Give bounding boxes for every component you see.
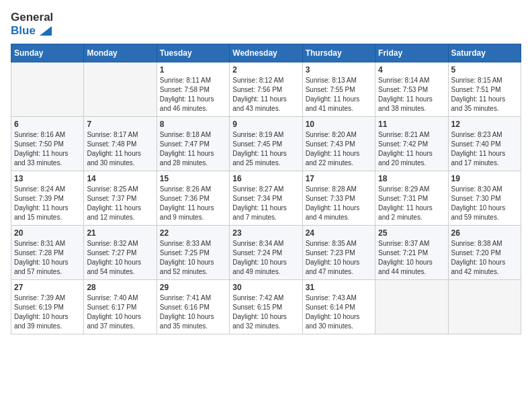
day-info: Sunrise: 8:26 AM Sunset: 7:36 PM Dayligh… <box>160 185 226 222</box>
calendar-cell: 1Sunrise: 8:11 AM Sunset: 7:58 PM Daylig… <box>157 62 229 117</box>
day-number: 8 <box>160 120 226 129</box>
day-number: 5 <box>451 65 518 75</box>
calendar-cell: 31Sunrise: 7:43 AM Sunset: 6:14 PM Dayli… <box>302 280 375 334</box>
day-number: 28 <box>87 283 153 292</box>
logo: General Blue <box>11 11 53 37</box>
day-of-week-header: Wednesday <box>230 44 302 62</box>
calendar-cell: 6Sunrise: 8:16 AM Sunset: 7:50 PM Daylig… <box>11 117 84 171</box>
day-info: Sunrise: 8:33 AM Sunset: 7:25 PM Dayligh… <box>160 239 226 277</box>
day-info: Sunrise: 8:19 AM Sunset: 7:45 PM Dayligh… <box>232 130 299 168</box>
calendar-table: SundayMondayTuesdayWednesdayThursdayFrid… <box>11 44 521 334</box>
day-number: 19 <box>451 174 518 183</box>
day-info: Sunrise: 8:34 AM Sunset: 7:24 PM Dayligh… <box>232 239 299 277</box>
day-info: Sunrise: 8:11 AM Sunset: 7:58 PM Dayligh… <box>160 76 226 113</box>
day-info: Sunrise: 8:17 AM Sunset: 7:48 PM Dayligh… <box>87 130 153 168</box>
calendar-cell: 3Sunrise: 8:13 AM Sunset: 7:55 PM Daylig… <box>302 62 375 117</box>
calendar-cell: 7Sunrise: 8:17 AM Sunset: 7:48 PM Daylig… <box>84 117 157 171</box>
svg-marker-0 <box>40 26 52 36</box>
day-number: 16 <box>232 174 299 183</box>
calendar-cell: 25Sunrise: 8:37 AM Sunset: 7:21 PM Dayli… <box>375 226 448 280</box>
day-info: Sunrise: 8:27 AM Sunset: 7:34 PM Dayligh… <box>232 185 299 222</box>
calendar-cell: 26Sunrise: 8:38 AM Sunset: 7:20 PM Dayli… <box>448 226 521 280</box>
day-info: Sunrise: 8:14 AM Sunset: 7:53 PM Dayligh… <box>378 76 445 113</box>
logo-general: General <box>11 11 53 24</box>
header: General Blue <box>11 11 521 37</box>
day-info: Sunrise: 8:25 AM Sunset: 7:37 PM Dayligh… <box>87 185 153 222</box>
day-info: Sunrise: 8:12 AM Sunset: 7:56 PM Dayligh… <box>232 76 299 113</box>
day-info: Sunrise: 8:15 AM Sunset: 7:51 PM Dayligh… <box>451 76 518 113</box>
day-info: Sunrise: 8:21 AM Sunset: 7:42 PM Dayligh… <box>378 130 445 168</box>
day-info: Sunrise: 8:20 AM Sunset: 7:43 PM Dayligh… <box>306 130 372 168</box>
calendar-header-row: SundayMondayTuesdayWednesdayThursdayFrid… <box>11 44 521 62</box>
day-number: 20 <box>14 228 81 238</box>
day-info: Sunrise: 8:28 AM Sunset: 7:33 PM Dayligh… <box>306 185 372 222</box>
calendar-cell: 11Sunrise: 8:21 AM Sunset: 7:42 PM Dayli… <box>375 117 448 171</box>
day-number: 1 <box>160 65 226 75</box>
day-number: 27 <box>14 283 81 292</box>
calendar-cell <box>84 62 157 117</box>
calendar-cell: 8Sunrise: 8:18 AM Sunset: 7:47 PM Daylig… <box>157 117 229 171</box>
day-of-week-header: Friday <box>375 44 448 62</box>
calendar-cell: 12Sunrise: 8:23 AM Sunset: 7:40 PM Dayli… <box>448 117 521 171</box>
day-number: 15 <box>160 174 226 183</box>
day-info: Sunrise: 8:24 AM Sunset: 7:39 PM Dayligh… <box>14 185 81 222</box>
day-of-week-header: Saturday <box>448 44 521 62</box>
calendar-cell: 15Sunrise: 8:26 AM Sunset: 7:36 PM Dayli… <box>157 171 229 226</box>
day-number: 4 <box>378 65 445 75</box>
calendar-body: 1Sunrise: 8:11 AM Sunset: 7:58 PM Daylig… <box>11 62 521 334</box>
day-number: 21 <box>87 228 153 238</box>
day-of-week-header: Thursday <box>302 44 375 62</box>
calendar-cell: 16Sunrise: 8:27 AM Sunset: 7:34 PM Dayli… <box>230 171 302 226</box>
day-info: Sunrise: 8:23 AM Sunset: 7:40 PM Dayligh… <box>451 130 518 168</box>
page-container: General Blue SundayMondayTuesdayWednesda… <box>0 0 532 345</box>
calendar-week-row: 6Sunrise: 8:16 AM Sunset: 7:50 PM Daylig… <box>11 117 521 171</box>
calendar-cell: 30Sunrise: 7:42 AM Sunset: 6:15 PM Dayli… <box>230 280 302 334</box>
calendar-cell: 20Sunrise: 8:31 AM Sunset: 7:28 PM Dayli… <box>11 226 84 280</box>
day-info: Sunrise: 8:37 AM Sunset: 7:21 PM Dayligh… <box>378 239 445 277</box>
day-number: 30 <box>232 283 299 292</box>
calendar-cell <box>448 280 521 334</box>
calendar-week-row: 20Sunrise: 8:31 AM Sunset: 7:28 PM Dayli… <box>11 226 521 280</box>
day-info: Sunrise: 8:18 AM Sunset: 7:47 PM Dayligh… <box>160 130 226 168</box>
calendar-cell: 22Sunrise: 8:33 AM Sunset: 7:25 PM Dayli… <box>157 226 229 280</box>
day-info: Sunrise: 8:38 AM Sunset: 7:20 PM Dayligh… <box>451 239 518 277</box>
day-info: Sunrise: 7:40 AM Sunset: 6:17 PM Dayligh… <box>87 293 153 331</box>
day-number: 29 <box>160 283 226 292</box>
day-number: 31 <box>306 283 372 292</box>
day-info: Sunrise: 8:30 AM Sunset: 7:30 PM Dayligh… <box>451 185 518 222</box>
day-number: 23 <box>232 228 299 238</box>
day-info: Sunrise: 7:39 AM Sunset: 6:19 PM Dayligh… <box>14 293 81 331</box>
day-info: Sunrise: 7:43 AM Sunset: 6:14 PM Dayligh… <box>306 293 372 331</box>
calendar-cell: 18Sunrise: 8:29 AM Sunset: 7:31 PM Dayli… <box>375 171 448 226</box>
day-number: 7 <box>87 120 153 129</box>
day-number: 2 <box>232 65 299 75</box>
day-number: 10 <box>306 120 372 129</box>
calendar-cell: 4Sunrise: 8:14 AM Sunset: 7:53 PM Daylig… <box>375 62 448 117</box>
calendar-week-row: 1Sunrise: 8:11 AM Sunset: 7:58 PM Daylig… <box>11 62 521 117</box>
day-number: 18 <box>378 174 445 183</box>
day-number: 12 <box>451 120 518 129</box>
logo-triangle-icon <box>40 26 52 36</box>
day-number: 24 <box>306 228 372 238</box>
day-info: Sunrise: 8:31 AM Sunset: 7:28 PM Dayligh… <box>14 239 81 277</box>
calendar-cell <box>11 62 84 117</box>
calendar-cell: 24Sunrise: 8:35 AM Sunset: 7:23 PM Dayli… <box>302 226 375 280</box>
calendar-cell: 5Sunrise: 8:15 AM Sunset: 7:51 PM Daylig… <box>448 62 521 117</box>
day-number: 13 <box>14 174 81 183</box>
day-info: Sunrise: 8:29 AM Sunset: 7:31 PM Dayligh… <box>378 185 445 222</box>
calendar-cell: 28Sunrise: 7:40 AM Sunset: 6:17 PM Dayli… <box>84 280 157 334</box>
calendar-cell: 2Sunrise: 8:12 AM Sunset: 7:56 PM Daylig… <box>230 62 302 117</box>
day-info: Sunrise: 7:41 AM Sunset: 6:16 PM Dayligh… <box>160 293 226 331</box>
day-number: 9 <box>232 120 299 129</box>
day-number: 11 <box>378 120 445 129</box>
calendar-cell: 10Sunrise: 8:20 AM Sunset: 7:43 PM Dayli… <box>302 117 375 171</box>
calendar-cell <box>375 280 448 334</box>
calendar-cell: 9Sunrise: 8:19 AM Sunset: 7:45 PM Daylig… <box>230 117 302 171</box>
calendar-week-row: 27Sunrise: 7:39 AM Sunset: 6:19 PM Dayli… <box>11 280 521 334</box>
day-of-week-header: Monday <box>84 44 157 62</box>
calendar-cell: 29Sunrise: 7:41 AM Sunset: 6:16 PM Dayli… <box>157 280 229 334</box>
day-info: Sunrise: 8:13 AM Sunset: 7:55 PM Dayligh… <box>306 76 372 113</box>
day-number: 3 <box>306 65 372 75</box>
day-info: Sunrise: 8:16 AM Sunset: 7:50 PM Dayligh… <box>14 130 81 168</box>
day-number: 14 <box>87 174 153 183</box>
